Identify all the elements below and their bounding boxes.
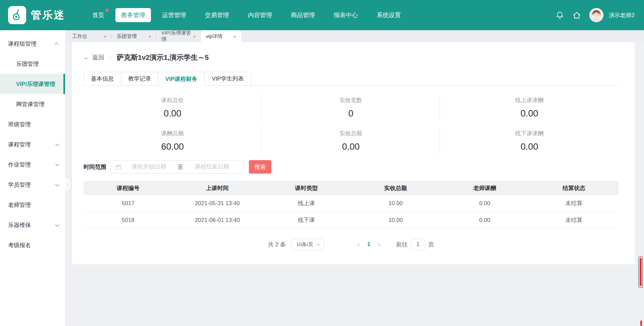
sidebar: 课程组管理 乐团管理 VIP/乐理课管理 网管课管理 班级管理 课程管理 作业管… [0, 30, 65, 326]
detail-card: ← 返回 萨克斯1v2演示1,演示学生～5 基本信息 教学记录 VIP课程财务 … [72, 42, 635, 264]
music-note-icon [10, 8, 24, 22]
goto-label: 前往 [396, 241, 408, 248]
brand-name: 管乐迷 [31, 8, 65, 22]
sidebar-item-course-group[interactable]: 课程组管理 [0, 34, 65, 54]
range-separator: 至 [176, 163, 184, 171]
calendar-icon [116, 164, 121, 170]
nav-item-operation[interactable]: 运营管理 [154, 8, 194, 22]
header-right: 演示老师2 [555, 8, 635, 22]
sidebar-item-band-mgmt[interactable]: 乐团管理 [0, 54, 65, 74]
sidebar-item-teachers[interactable]: 老师管理 [0, 195, 65, 215]
page-unit-label: 页 [428, 241, 434, 248]
filter-bar: 时间范围 至 [84, 160, 619, 174]
chevron-down-icon [55, 162, 60, 166]
notification-dot [106, 9, 109, 12]
tab-workbench[interactable]: 工作台 × [67, 30, 112, 42]
stat-course-total-price: 课程总价 0.00 [84, 94, 262, 122]
col-settle-status: 结算状态 [529, 181, 619, 195]
nav-item-content[interactable]: 内容管理 [240, 8, 280, 22]
back-arrow-icon: ← [84, 54, 90, 61]
chevron-down-icon [55, 142, 60, 146]
nav-item-academic[interactable]: 教务管理 [115, 8, 151, 22]
nav-item-home[interactable]: 首页 [85, 8, 112, 22]
date-range-picker[interactable]: 至 [111, 160, 244, 174]
table-row: 5017 2021-05-31 13:40 线上课 10.00 0.00 未结算 [84, 195, 619, 212]
stat-online-pay: 线上课课酬 0.00 [440, 94, 619, 122]
close-icon[interactable]: × [104, 34, 107, 39]
sidebar-item-students[interactable]: 学员管理 [0, 175, 65, 195]
end-date-input[interactable] [184, 164, 239, 170]
sidebar-item-homework[interactable]: 作业管理 [0, 154, 65, 175]
page-size-select[interactable]: 10条/页 [291, 239, 324, 250]
col-received-total: 实收总额 [351, 181, 440, 195]
page-number-1[interactable]: 1 [362, 241, 376, 248]
tab-basic-info[interactable]: 基本信息 [84, 72, 121, 85]
nav-item-goods[interactable]: 商品管理 [283, 8, 323, 22]
tab-vip-students[interactable]: VIP学生列表 [205, 72, 251, 85]
date-range-label: 时间范围 [84, 163, 106, 171]
scrollbar-mark [640, 321, 642, 326]
page-title: 萨克斯1v2演示1,演示学生～5 [117, 53, 209, 62]
search-button[interactable]: 搜索 [249, 160, 271, 174]
nav-item-settings[interactable]: 系统设置 [369, 8, 409, 22]
tab-vip-course-mgmt[interactable]: VIP/乐理课管理 × [156, 30, 201, 42]
bell-icon[interactable] [555, 11, 564, 19]
open-tabs-bar: 工作台 × 乐团管理 × VIP/乐理课管理 × vip详情 × [65, 30, 644, 42]
sidebar-item-class-mgmt[interactable]: 班级管理 [0, 114, 65, 134]
nav-item-report[interactable]: 报表中心 [326, 8, 366, 22]
stat-received-total: 实收总额 0.00 [262, 127, 440, 155]
main-nav: 首页 教务管理 运营管理 交易管理 内容管理 商品管理 报表中心 系统设置 [85, 8, 409, 22]
sidebar-item-instrument[interactable]: 乐器维保 [0, 215, 65, 235]
app-header: 管乐迷 首页 教务管理 运营管理 交易管理 内容管理 商品管理 报表中心 系统设… [0, 0, 644, 30]
sidebar-item-exam-signup[interactable]: 考级报名 [0, 235, 65, 255]
detail-tabs: 基本信息 教学记录 VIP课程财务 VIP学生列表 [84, 72, 619, 86]
sidebar-item-course-mgmt[interactable]: 课程管理 [0, 134, 65, 154]
nav-item-trade[interactable]: 交易管理 [197, 8, 237, 22]
next-page-button[interactable]: › [376, 241, 383, 248]
chevron-down-icon [55, 182, 60, 186]
lesson-table: 课程编号 上课时间 课时类型 实收总额 老师课酬 结算状态 5017 2021-… [84, 181, 619, 229]
home-icon[interactable] [572, 11, 581, 20]
user-name[interactable]: 演示老师2 [609, 11, 635, 19]
goto-page-input[interactable] [411, 239, 425, 250]
table-row: 5018 2021-06-01 13:40 线下课 10.00 0.00 未结算 [84, 212, 619, 229]
chevron-down-icon [55, 222, 60, 227]
back-button[interactable]: ← 返回 [84, 53, 104, 61]
col-lesson-id: 课程编号 [84, 181, 173, 195]
finance-stats: 课程总价 0.00 实收笔数 0 线上课课酬 0.00 课酬总额 60.00 [84, 94, 619, 155]
total-count: 共 2 条 [268, 241, 286, 248]
prev-page-button[interactable]: ‹ [355, 241, 362, 248]
table-header-row: 课程编号 上课时间 课时类型 实收总额 老师课酬 结算状态 [84, 181, 619, 195]
scrollbar-thumb[interactable] [638, 256, 643, 288]
tab-band-mgmt[interactable]: 乐团管理 × [112, 30, 156, 42]
tab-teaching-record[interactable]: 教学记录 [121, 72, 158, 85]
col-lesson-type: 课时类型 [262, 181, 351, 195]
stat-pay-total: 课酬总额 60.00 [84, 127, 262, 155]
tab-vip-detail[interactable]: vip详情 × [201, 30, 241, 42]
stat-received-count: 实收笔数 0 [262, 94, 440, 122]
col-lesson-time: 上课时间 [173, 181, 262, 195]
close-icon[interactable]: × [193, 34, 196, 39]
divider [110, 54, 111, 60]
col-teacher-pay: 老师课酬 [440, 181, 529, 195]
brand-logo [8, 6, 26, 24]
sidebar-item-net-course[interactable]: 网管课管理 [0, 94, 65, 114]
close-icon[interactable]: × [148, 34, 151, 39]
tab-vip-finance[interactable]: VIP课程财务 [158, 72, 205, 86]
pagination: 共 2 条 10条/页 ‹ 1 › 前往 页 [84, 239, 619, 250]
user-avatar[interactable] [589, 8, 603, 22]
stat-offline-pay: 线下课课酬 0.00 [440, 127, 619, 155]
sidebar-item-vip-course[interactable]: VIP/乐理课管理 [0, 74, 65, 94]
chevron-down-icon [317, 242, 320, 246]
close-icon[interactable]: × [233, 34, 236, 39]
start-date-input[interactable] [121, 164, 176, 170]
